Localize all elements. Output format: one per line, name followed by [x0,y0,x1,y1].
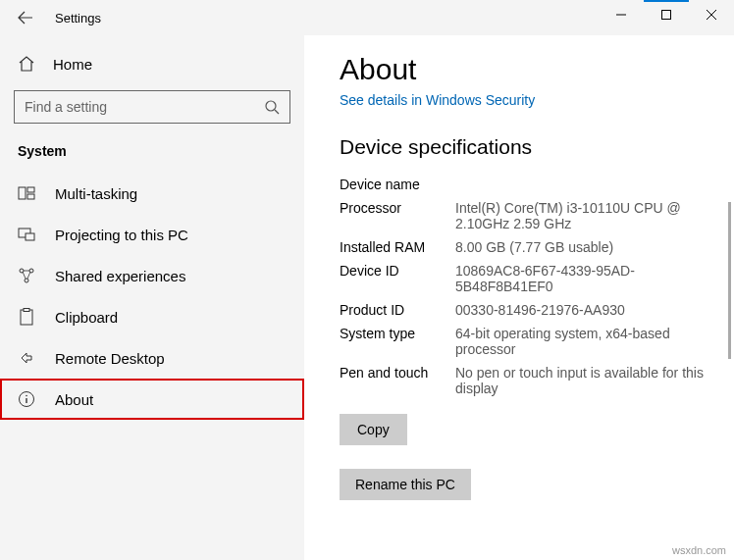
projecting-icon [18,226,35,243]
spec-label-deviceid: Device ID [340,263,447,294]
svg-rect-2 [19,187,26,199]
sidebar-section-label: System [0,137,304,173]
scrollbar-thumb[interactable] [728,202,731,359]
svg-rect-10 [21,310,32,325]
shared-experiences-icon [18,267,35,284]
sidebar-item-about[interactable]: About [0,379,304,420]
sidebar-item-label: Clipboard [55,309,118,326]
window-controls [599,0,734,29]
sidebar-home[interactable]: Home [0,45,304,82]
security-link[interactable]: See details in Windows Security [340,92,535,108]
sidebar-item-label: Remote Desktop [55,350,165,367]
spec-label-devicename: Device name [340,177,447,192]
maximize-icon [661,10,671,20]
sidebar-item-clipboard[interactable]: Clipboard [0,296,304,337]
main-content: About See details in Windows Security De… [304,35,734,560]
spec-label-ram: Installed RAM [340,239,447,255]
watermark: wsxdn.com [672,544,726,556]
maximize-button[interactable] [644,0,689,29]
sidebar-item-label: About [55,391,93,408]
svg-rect-4 [27,194,34,199]
sidebar-home-label: Home [53,56,92,73]
clipboard-icon [18,308,35,326]
close-button[interactable] [689,0,734,29]
spec-label-pen: Pen and touch [340,365,447,396]
sidebar-item-label: Shared experiences [55,268,185,284]
about-icon [18,390,35,408]
spec-label-productid: Product ID [340,302,447,318]
spec-table: Device name Processor Intel(R) Core(TM) … [340,177,714,396]
rename-pc-button[interactable]: Rename this PC [340,469,471,500]
sidebar: Home System Multi-tasking Projecting to … [0,35,304,560]
sidebar-item-remote-desktop[interactable]: Remote Desktop [0,337,304,379]
spec-value-pen: No pen or touch input is available for t… [455,365,714,396]
sidebar-item-shared-experiences[interactable]: Shared experiences [0,255,304,296]
spec-value-productid: 00330-81496-21976-AA930 [455,302,714,318]
svg-rect-0 [662,11,671,20]
specs-heading: Device specifications [340,135,714,159]
svg-point-9 [25,279,28,282]
spec-value-systype: 64-bit operating system, x64-based proce… [455,326,714,357]
spec-label-processor: Processor [340,200,447,231]
svg-rect-3 [27,187,34,192]
home-icon [18,55,35,73]
titlebar: Settings [0,0,734,35]
copy-button[interactable]: Copy [340,414,407,445]
close-icon [707,10,716,20]
arrow-left-icon [18,10,33,25]
svg-rect-11 [24,309,29,312]
sidebar-item-label: Projecting to this PC [55,227,188,243]
multitasking-icon [18,184,35,202]
svg-point-1 [266,101,276,111]
spec-value-ram: 8.00 GB (7.77 GB usable) [455,239,714,255]
svg-point-13 [26,395,27,397]
spec-value-deviceid: 10869AC8-6F67-4339-95AD-5B48F8B41EF0 [455,263,714,294]
sidebar-item-multitasking[interactable]: Multi-tasking [0,173,304,214]
remote-desktop-icon [18,349,35,367]
sidebar-nav: Multi-tasking Projecting to this PC Shar… [0,173,304,420]
spec-value-devicename [455,177,714,192]
sidebar-item-label: Multi-tasking [55,185,137,202]
minimize-button[interactable] [599,0,644,29]
svg-rect-6 [26,233,34,240]
sidebar-item-projecting[interactable]: Projecting to this PC [0,214,304,255]
back-button[interactable] [14,6,37,29]
search-box[interactable] [14,90,290,124]
spec-label-systype: System type [340,326,447,357]
search-icon [264,99,280,115]
window-title: Settings [55,11,101,25]
spec-value-processor: Intel(R) Core(TM) i3-10110U CPU @ 2.10GH… [455,200,714,231]
minimize-icon [616,10,626,20]
search-input[interactable] [25,99,264,115]
page-title: About [340,53,714,86]
